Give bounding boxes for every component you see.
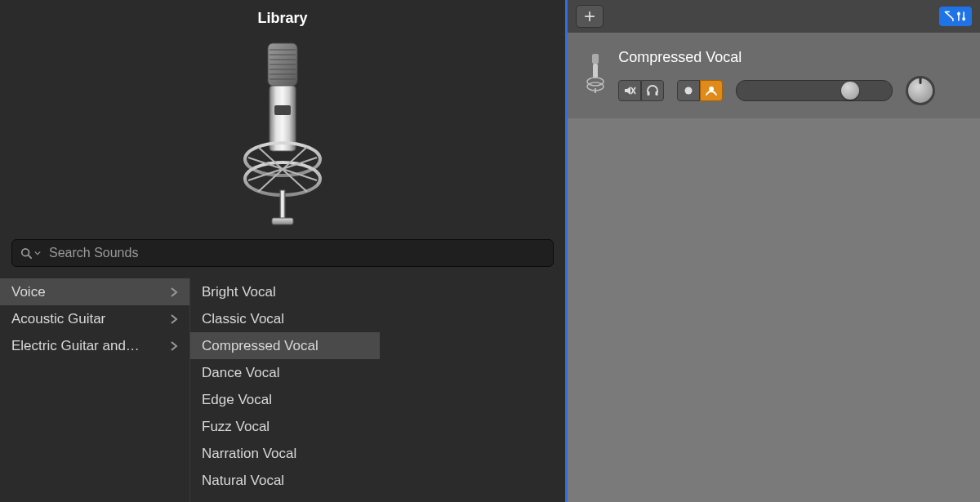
input-monitor-button[interactable] [700, 80, 723, 101]
preset-row[interactable]: Compressed Vocal [190, 332, 380, 359]
category-column: VoiceAcoustic GuitarElectric Guitar and… [0, 278, 189, 502]
chevron-right-icon [170, 287, 178, 298]
svg-point-22 [587, 78, 604, 86]
chevron-down-icon [34, 250, 41, 256]
preset-row[interactable]: Classic Vocal [190, 305, 380, 332]
category-label: Electric Guitar and… [11, 338, 140, 354]
microphone-icon [584, 52, 607, 93]
preset-row[interactable]: Fuzz Vocal [190, 413, 380, 440]
preset-row[interactable]: Narration Vocal [190, 440, 380, 467]
category-label: Acoustic Guitar [11, 311, 105, 327]
record-enable-button[interactable] [677, 80, 700, 101]
preset-label: Edge Vocal [202, 392, 272, 408]
track-name[interactable]: Compressed Vocal [618, 49, 969, 66]
preset-label: Dance Vocal [202, 365, 279, 381]
search-sounds-box[interactable] [11, 239, 554, 267]
preset-row[interactable]: Natural Vocal [190, 467, 380, 494]
svg-line-15 [29, 255, 32, 259]
preset-row[interactable]: Bright Vocal [190, 278, 380, 305]
preset-label: Bright Vocal [202, 284, 276, 300]
chevron-right-icon [170, 313, 178, 325]
search-icon [20, 247, 32, 259]
preset-column: Bright VocalClassic VocalCompressed Voca… [189, 278, 380, 502]
volume-thumb[interactable] [841, 82, 859, 100]
category-row[interactable]: Acoustic Guitar [0, 305, 189, 332]
tracks-toolbar [568, 0, 980, 33]
svg-point-29 [685, 87, 693, 95]
svg-rect-9 [274, 105, 291, 115]
preset-label: Natural Vocal [202, 473, 284, 489]
volume-slider[interactable] [736, 80, 893, 101]
track-header[interactable]: Compressed Vocal [568, 33, 980, 118]
preset-label: Classic Vocal [202, 311, 284, 327]
chevron-right-icon [170, 340, 178, 352]
svg-rect-20 [592, 54, 599, 64]
pan-knob[interactable] [906, 76, 935, 105]
search-input[interactable] [47, 245, 545, 261]
add-track-button[interactable] [576, 5, 604, 28]
tracks-body[interactable] [568, 118, 980, 502]
preset-label: Fuzz Vocal [202, 419, 270, 435]
record-dot-icon [682, 84, 695, 97]
mute-icon [623, 84, 636, 97]
input-monitor-icon [705, 84, 718, 97]
mute-button[interactable] [618, 80, 641, 101]
category-row[interactable]: Voice [0, 278, 189, 305]
library-panel: Library [0, 0, 565, 502]
automation-filter-icon [944, 10, 967, 23]
svg-rect-27 [648, 91, 650, 96]
tracks-panel: Compressed Vocal [565, 0, 980, 502]
svg-rect-12 [280, 190, 285, 220]
plus-icon [584, 11, 595, 22]
svg-rect-21 [593, 64, 598, 78]
preset-row[interactable]: Edge Vocal [190, 386, 380, 413]
library-title: Library [0, 10, 565, 27]
svg-point-30 [709, 87, 714, 91]
preset-label: Narration Vocal [202, 446, 296, 462]
sound-browser: VoiceAcoustic GuitarElectric Guitar and…… [0, 278, 565, 502]
monitor-button[interactable] [641, 80, 664, 101]
preset-row[interactable]: Dance Vocal [190, 359, 380, 386]
svg-rect-28 [656, 91, 658, 96]
category-row[interactable]: Electric Guitar and… [0, 332, 189, 359]
svg-rect-13 [272, 218, 293, 224]
headphones-icon [646, 84, 659, 97]
automation-filter-button[interactable] [939, 7, 972, 26]
preset-label: Compressed Vocal [202, 338, 318, 354]
preview-microphone-icon [0, 38, 565, 226]
category-label: Voice [11, 284, 46, 300]
